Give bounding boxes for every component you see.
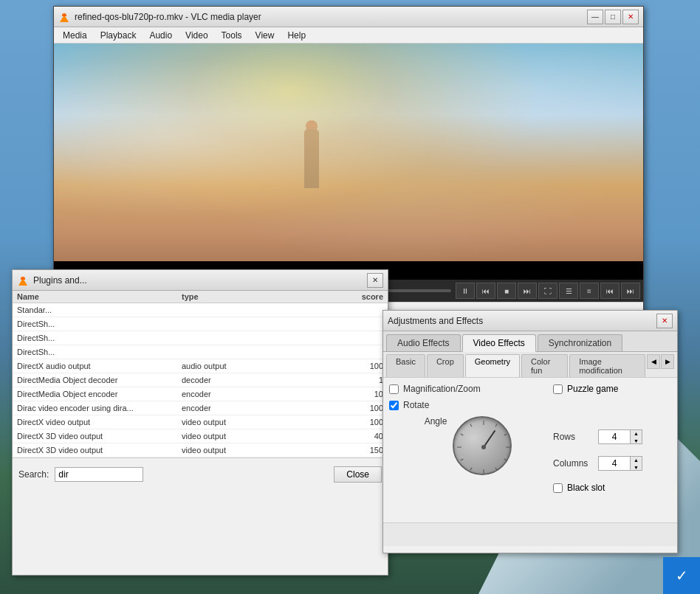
- black-slot-label: Black slot: [567, 483, 605, 493]
- plugin-row-9[interactable]: DirectX 3D video output video output 40: [13, 429, 388, 443]
- stop-button[interactable]: ■: [497, 283, 516, 299]
- plugin-row-3[interactable]: DirectSh...: [13, 345, 388, 359]
- subtab-geometry[interactable]: Geometry: [465, 354, 520, 377]
- tab-video-effects[interactable]: Video Effects: [462, 334, 536, 352]
- effects-close-button[interactable]: ✕: [656, 314, 673, 328]
- menu-media[interactable]: Media: [57, 29, 93, 42]
- dial-container: Angle: [389, 416, 544, 475]
- plugin-name-5: DirectMedia Object decoder: [17, 376, 182, 384]
- plugin-type-7: encoder: [182, 404, 346, 412]
- subtab-nav: ◀ ▶: [647, 354, 674, 377]
- effects-subtabs: Basic Crop Geometry Color fun Image modi…: [383, 352, 677, 378]
- menu-video[interactable]: Video: [179, 29, 213, 42]
- subtab-prev-button[interactable]: ◀: [647, 354, 660, 369]
- vlc-maximize-button[interactable]: □: [605, 10, 621, 24]
- subtab-basic[interactable]: Basic: [386, 354, 425, 377]
- svg-line-4: [504, 459, 507, 460]
- plugins-window: Plugins and... ✕ Name type score Standar…: [12, 269, 388, 576]
- black-slot-row: Black slot: [553, 483, 671, 493]
- plugin-type-10: video output: [182, 446, 346, 455]
- prev-frame-button[interactable]: ⏮: [476, 283, 495, 299]
- svg-line-11: [470, 424, 472, 426]
- columns-spinbox-down[interactable]: ▼: [631, 463, 642, 471]
- plugin-row-7[interactable]: Dirac video encoder using dira... encode…: [13, 401, 388, 415]
- col-header-score: score: [346, 292, 383, 301]
- vlc-window-controls: — □ ✕: [587, 10, 639, 24]
- svg-line-5: [495, 468, 497, 470]
- tab-synchronization[interactable]: Synchronization: [538, 334, 622, 351]
- columns-spinbox[interactable]: 4 ▲ ▼: [598, 456, 642, 471]
- menu-audio[interactable]: Audio: [143, 29, 178, 42]
- plugin-row-10[interactable]: DirectX 3D video output video output 150: [13, 443, 388, 457]
- menu-tools[interactable]: Tools: [216, 29, 248, 42]
- rotate-checkbox[interactable]: [389, 401, 399, 410]
- effects-right-panel: Puzzle game Rows 4 ▲ ▼ Columns 4: [553, 384, 671, 517]
- rows-value: 4: [599, 432, 630, 442]
- rows-spinbox-down[interactable]: ▼: [631, 437, 642, 444]
- rows-spinbox[interactable]: 4 ▲ ▼: [598, 429, 642, 444]
- next-frame-button[interactable]: ⏭: [518, 283, 537, 299]
- plugins-close-button[interactable]: ✕: [367, 273, 383, 288]
- plugin-row-4[interactable]: DirectX audio output audio output 100: [13, 359, 388, 373]
- columns-row: Columns 4 ▲ ▼: [553, 456, 671, 471]
- plugin-score-0: [346, 305, 383, 314]
- plugin-row-1[interactable]: DirectSh...: [13, 317, 388, 331]
- plugin-type-1: [182, 320, 346, 328]
- puzzle-label: Puzzle game: [567, 384, 618, 394]
- menu-view[interactable]: View: [250, 29, 281, 42]
- plugin-type-5: decoder: [182, 376, 346, 384]
- columns-spinbox-up[interactable]: ▲: [631, 456, 642, 463]
- search-input[interactable]: [55, 467, 143, 482]
- subtab-color-fun[interactable]: Color fun: [521, 354, 568, 377]
- plugins-close-btn[interactable]: Close: [334, 466, 382, 483]
- fullscreen-button[interactable]: ⛶: [538, 283, 557, 299]
- magnification-checkbox[interactable]: [389, 384, 399, 394]
- video-area[interactable]: [54, 44, 643, 280]
- eq-button[interactable]: ≡: [580, 283, 599, 299]
- plugin-name-7: Dirac video encoder using dira...: [17, 404, 182, 412]
- plugin-row-6[interactable]: DirectMedia Object encoder encoder 10: [13, 387, 388, 401]
- subtab-next-button[interactable]: ▶: [661, 354, 674, 369]
- search-label: Search:: [18, 469, 49, 480]
- subtab-crop[interactable]: Crop: [427, 354, 464, 377]
- rows-spinbox-up[interactable]: ▲: [631, 429, 642, 437]
- plugin-name-0: Standar...: [17, 305, 182, 314]
- plugin-row-0[interactable]: Standar...: [13, 303, 388, 317]
- plugins-icon: [17, 274, 29, 286]
- effects-window: Adjustments and Effects ✕ Audio Effects …: [382, 310, 678, 553]
- plugin-score-10: 150: [346, 446, 383, 455]
- magnification-row: Magnification/Zoom: [389, 384, 544, 394]
- plugin-type-4: audio output: [182, 362, 346, 370]
- col-header-name: Name: [17, 292, 182, 301]
- angle-label: Angle: [425, 416, 447, 426]
- pause-button[interactable]: ⏸: [456, 283, 475, 299]
- plugin-row-5[interactable]: DirectMedia Object decoder decoder 1: [13, 373, 388, 387]
- col-header-type: type: [182, 292, 346, 301]
- plugin-score-9: 40: [346, 432, 383, 441]
- black-slot-checkbox[interactable]: [553, 483, 563, 493]
- vlc-close-button[interactable]: ✕: [622, 10, 639, 24]
- vlc-minimize-button[interactable]: —: [587, 10, 603, 24]
- tab-audio-effects[interactable]: Audio Effects: [386, 334, 461, 351]
- plugin-score-1: [346, 320, 383, 328]
- plugin-row-2[interactable]: DirectSh...: [13, 331, 388, 345]
- prev-chapter-button[interactable]: ⏮: [600, 283, 620, 299]
- plugin-type-6: encoder: [182, 390, 346, 398]
- playlist-button[interactable]: ☰: [559, 283, 578, 299]
- puzzle-game-row: Puzzle game: [553, 384, 671, 394]
- puzzle-checkbox[interactable]: [553, 384, 563, 394]
- next-chapter-button[interactable]: ⏭: [621, 283, 640, 299]
- plugin-name-8: DirectX video output: [17, 418, 182, 426]
- plugin-name-3: DirectSh...: [17, 348, 182, 356]
- plugin-name-4: DirectX audio output: [17, 362, 182, 370]
- dial-wrapper: Angle: [422, 416, 512, 475]
- plugin-score-6: 10: [346, 390, 383, 398]
- menu-playback[interactable]: Playback: [95, 29, 143, 42]
- angle-dial[interactable]: [453, 416, 512, 475]
- subtab-image-modification[interactable]: Image modification: [569, 354, 645, 377]
- menu-help[interactable]: Help: [281, 29, 312, 42]
- effects-body: Magnification/Zoom Rotate Angle: [383, 378, 677, 522]
- plugin-row-8[interactable]: DirectX video output video output 100: [13, 415, 388, 429]
- plugin-type-3: [182, 348, 346, 356]
- vlc-menubar: Media Playback Audio Video Tools View He…: [54, 27, 643, 44]
